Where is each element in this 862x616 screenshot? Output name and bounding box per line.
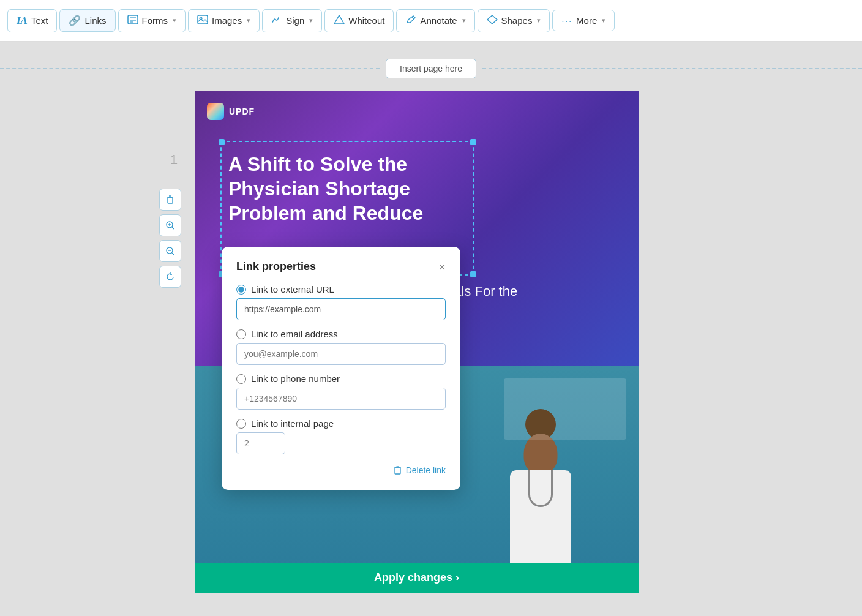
shapes-icon	[487, 15, 498, 27]
external-url-label[interactable]: Link to external URL	[236, 284, 446, 295]
toolbar-annotate-btn[interactable]: Annotate ▾	[396, 9, 474, 32]
toolbar-links-btn[interactable]: 🔗 Links	[59, 9, 115, 32]
toolbar-images-btn[interactable]: Images ▾	[188, 9, 260, 32]
stethoscope	[528, 470, 553, 507]
link-option-external-url: Link to external URL	[236, 284, 446, 320]
delete-button[interactable]	[159, 189, 181, 211]
phone-input[interactable]	[236, 388, 446, 410]
forms-icon	[127, 15, 138, 27]
dialog-header: Link properties ×	[236, 260, 446, 273]
svg-rect-0	[128, 15, 138, 24]
insert-page-line-left	[0, 68, 380, 69]
email-label[interactable]: Link to email address	[236, 329, 446, 339]
pdf-logo: UPDF	[207, 103, 255, 120]
insert-page-button[interactable]: Insert page here	[386, 59, 476, 78]
internal-page-text: Link to internal page	[251, 418, 334, 429]
svg-rect-4	[198, 15, 208, 24]
dialog-close-button[interactable]: ×	[438, 261, 446, 273]
link-option-email: Link to email address	[236, 329, 446, 365]
apply-changes-bar[interactable]: Apply changes ›	[195, 563, 639, 593]
toolbar-whiteout-label: Whiteout	[348, 15, 384, 26]
mini-toolbar	[159, 189, 181, 288]
toolbar-sign-label: Sign	[286, 15, 304, 26]
toolbar-annotate-label: Annotate	[420, 15, 457, 26]
insert-page-label: Insert page here	[400, 64, 462, 73]
images-icon	[197, 15, 208, 27]
annotate-chevron: ▾	[462, 17, 466, 24]
handle-bottom-right[interactable]	[470, 271, 476, 277]
dialog-title: Link properties	[236, 260, 316, 273]
email-text: Link to email address	[251, 329, 338, 339]
internal-page-input[interactable]	[236, 432, 285, 454]
svg-line-7	[412, 17, 414, 19]
phone-radio[interactable]	[236, 374, 246, 384]
toolbar-shapes-btn[interactable]: Shapes ▾	[478, 9, 550, 32]
svg-rect-19	[395, 468, 400, 474]
apply-changes-label: Apply changes ›	[374, 571, 459, 584]
toolbar-whiteout-btn[interactable]: Whiteout	[324, 9, 394, 32]
svg-rect-9	[168, 198, 173, 203]
toolbar-forms-btn[interactable]: Forms ▾	[118, 9, 186, 32]
zoom-out-button[interactable]	[159, 240, 181, 262]
pdf-logo-text: UPDF	[229, 107, 255, 116]
delete-link-label: Delete link	[406, 465, 446, 475]
sign-chevron: ▾	[309, 17, 313, 24]
external-url-text: Link to external URL	[251, 284, 334, 295]
trash-icon	[393, 465, 402, 475]
toolbar-more-label: More	[576, 15, 597, 26]
more-icon: ···	[561, 16, 572, 26]
page-number: 1	[170, 152, 178, 168]
insert-page-line-right	[482, 68, 862, 69]
zoom-in-button[interactable]	[159, 214, 181, 236]
svg-marker-6	[334, 15, 344, 24]
toolbar-text-label: Text	[31, 15, 48, 26]
annotate-icon	[405, 15, 416, 27]
phone-label[interactable]: Link to phone number	[236, 374, 446, 384]
images-chevron: ▾	[247, 17, 250, 24]
internal-page-label[interactable]: Link to internal page	[236, 418, 446, 429]
toolbar-links-label: Links	[84, 15, 106, 26]
external-url-radio[interactable]	[236, 285, 246, 295]
svg-line-13	[172, 227, 174, 229]
delete-link-button[interactable]: Delete link	[393, 465, 446, 475]
refresh-button[interactable]	[159, 266, 181, 288]
text-icon: IA	[17, 15, 28, 27]
links-icon: 🔗	[69, 15, 81, 26]
email-radio[interactable]	[236, 329, 246, 339]
internal-page-radio[interactable]	[236, 419, 246, 429]
handle-top-left[interactable]	[219, 139, 225, 145]
dialog-footer: Delete link	[236, 465, 446, 475]
forms-chevron: ▾	[173, 17, 176, 24]
main-area: Insert page here 1	[0, 42, 862, 616]
toolbar-sign-btn[interactable]: Sign ▾	[262, 9, 322, 32]
svg-line-17	[172, 253, 174, 255]
svg-marker-8	[487, 15, 497, 24]
phone-text: Link to phone number	[251, 374, 340, 384]
whiteout-icon	[334, 15, 345, 27]
external-url-input[interactable]	[236, 298, 446, 320]
insert-page-bar: Insert page here	[0, 59, 862, 78]
whiteboard	[504, 378, 626, 440]
pdf-logo-icon	[207, 103, 224, 120]
link-properties-dialog: Link properties × Link to external URL L…	[222, 247, 460, 490]
sign-icon	[271, 15, 282, 27]
toolbar-forms-label: Forms	[142, 15, 168, 26]
main-toolbar: IA Text 🔗 Links Forms ▾ Images ▾ Sign ▾ …	[0, 0, 862, 42]
handle-top-right[interactable]	[470, 139, 476, 145]
toolbar-images-label: Images	[212, 15, 242, 26]
toolbar-text-btn[interactable]: IA Text	[7, 9, 57, 32]
email-input[interactable]	[236, 343, 446, 365]
toolbar-shapes-label: Shapes	[501, 15, 533, 26]
toolbar-more-btn[interactable]: ··· More ▾	[552, 10, 615, 31]
link-option-phone: Link to phone number	[236, 374, 446, 410]
more-chevron: ▾	[602, 17, 605, 24]
link-option-internal-page: Link to internal page	[236, 418, 446, 454]
shapes-chevron: ▾	[537, 17, 541, 24]
